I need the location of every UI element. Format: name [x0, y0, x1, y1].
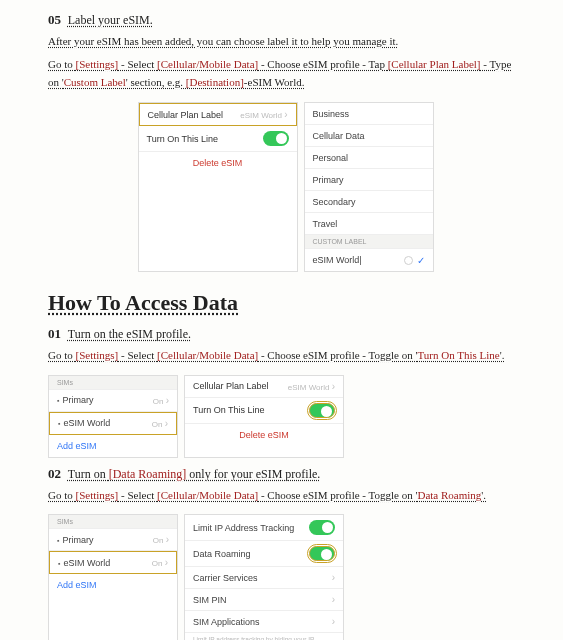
label-opt[interactable]: Primary: [305, 169, 433, 191]
step-05-line2: Go to [Settings] - Select [Cellular/Mobi…: [48, 55, 523, 92]
step-num: 05: [48, 12, 61, 27]
row-limit-ip[interactable]: Limit IP Address Tracking: [185, 515, 343, 541]
section-heading: How To Access Data: [48, 290, 523, 316]
sim-primary-2[interactable]: ▪Primary On ›: [49, 529, 177, 551]
step-02-line: Go to [Settings] - Select [Cellular/Mobi…: [48, 486, 523, 505]
label-opt[interactable]: Travel: [305, 213, 433, 235]
sim-esim-world[interactable]: ▪eSIM World On ›: [49, 412, 177, 435]
step-01-header: 01 Turn on the eSIM profile.: [48, 326, 523, 342]
card-sims-2: SIMs ▪Primary On › ▪eSIM World On › Add …: [48, 514, 178, 640]
label-opt[interactable]: Business: [305, 103, 433, 125]
step-title: Label your eSIM.: [68, 13, 153, 27]
label-opt[interactable]: Personal: [305, 147, 433, 169]
row-plan-label-2[interactable]: Cellular Plan Label eSIM World ›: [185, 376, 343, 398]
toggle-on-icon[interactable]: [309, 520, 335, 535]
row-turn-on[interactable]: Turn On This Line: [139, 126, 297, 152]
card-plan-2: Cellular Plan Label eSIM World › Turn On…: [184, 375, 344, 458]
panel-05: Cellular Plan Label eSIM World › Turn On…: [48, 102, 523, 272]
sim-esim-2[interactable]: ▪eSIM World On ›: [49, 551, 177, 574]
row-data-roaming[interactable]: Data Roaming: [185, 541, 343, 567]
step-05-header: 05 Label your eSIM.: [48, 12, 523, 28]
label-opt[interactable]: Cellular Data: [305, 125, 433, 147]
toggle-on-icon[interactable]: [263, 131, 289, 146]
row-delete-2[interactable]: Delete eSIM: [185, 424, 343, 446]
card-plan: Cellular Plan Label eSIM World › Turn On…: [138, 102, 298, 272]
confirm-icon[interactable]: ✓: [404, 255, 425, 266]
toggle-on-icon[interactable]: [309, 403, 335, 418]
sims-hdr-2: SIMs: [49, 515, 177, 529]
row-sim-apps[interactable]: SIM Applications›: [185, 611, 343, 633]
card-labels: Business Cellular Data Personal Primary …: [304, 102, 434, 272]
row-sim-pin[interactable]: SIM PIN›: [185, 589, 343, 611]
toggle-on-icon[interactable]: [309, 546, 335, 561]
card-sims: SIMs ▪Primary On › ▪eSIM World On › Add …: [48, 375, 178, 458]
step-01-line: Go to [Settings] - Select [Cellular/Mobi…: [48, 346, 523, 365]
footnote: Limit IP address tracking by hiding your…: [185, 633, 343, 640]
row-plan-label[interactable]: Cellular Plan Label eSIM World ›: [139, 103, 297, 126]
add-esim-2[interactable]: Add eSIM: [49, 574, 177, 596]
custom-label-input[interactable]: eSIM World| ✓: [305, 249, 433, 271]
panel-01: SIMs ▪Primary On › ▪eSIM World On › Add …: [48, 375, 523, 458]
custom-label-hdr: CUSTOM LABEL: [305, 235, 433, 249]
label-opt[interactable]: Secondary: [305, 191, 433, 213]
card-roaming: Limit IP Address Tracking Data Roaming C…: [184, 514, 344, 640]
step-02-header: 02 Turn on [Data Roaming] only for your …: [48, 466, 523, 482]
step-05-line1: After your eSIM has been added, you can …: [48, 32, 523, 51]
panel-02: SIMs ▪Primary On › ▪eSIM World On › Add …: [48, 514, 523, 640]
row-carrier[interactable]: Carrier Services›: [185, 567, 343, 589]
row-turn-on-2[interactable]: Turn On This Line: [185, 398, 343, 424]
row-delete-esim[interactable]: Delete eSIM: [139, 152, 297, 174]
sims-hdr: SIMs: [49, 376, 177, 390]
add-esim[interactable]: Add eSIM: [49, 435, 177, 457]
sim-primary[interactable]: ▪Primary On ›: [49, 390, 177, 412]
